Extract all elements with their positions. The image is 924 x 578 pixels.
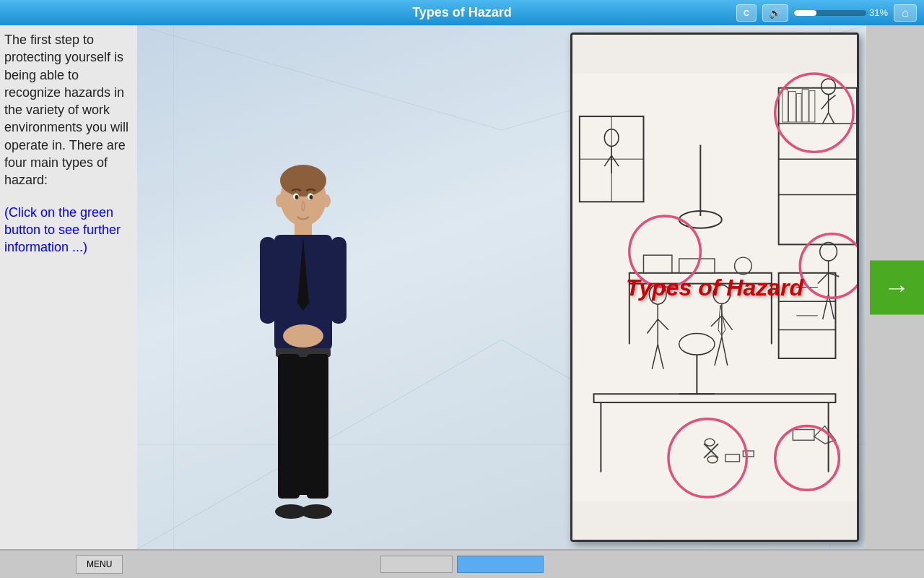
header-bar: Types of Hazard C 🔊 31% ⌂ [0, 0, 924, 25]
bottom-bar: MENU [0, 549, 924, 578]
bottom-nav [380, 556, 544, 573]
svg-rect-17 [278, 354, 300, 499]
menu-button[interactable]: MENU [76, 555, 123, 574]
svg-line-3 [137, 25, 502, 130]
main-description: The first step to protecting yourself is… [4, 31, 133, 189]
svg-rect-11 [260, 237, 276, 324]
nav-button-2[interactable] [457, 556, 544, 573]
progress-bar [794, 10, 866, 16]
app-container: Types of Hazard C 🔊 31% ⌂ [0, 0, 924, 578]
svg-point-13 [283, 324, 323, 348]
home-icon: ⌂ [902, 7, 909, 20]
home-button[interactable]: ⌂ [894, 4, 917, 22]
right-sidebar: → [866, 25, 924, 549]
next-button[interactable]: → [870, 260, 924, 314]
caption-button[interactable]: C [736, 4, 757, 22]
stage-area: Types of Hazard [137, 25, 866, 549]
presenter-container [253, 159, 368, 535]
progress-container: 31% [794, 7, 888, 18]
sound-icon: 🔊 [769, 7, 781, 19]
svg-point-8 [280, 165, 326, 197]
svg-point-24 [310, 195, 313, 199]
svg-point-25 [276, 194, 284, 207]
sound-button[interactable]: 🔊 [762, 4, 788, 22]
svg-point-26 [322, 194, 331, 207]
hazard-image-area: Types of Hazard [570, 33, 859, 542]
svg-point-23 [295, 195, 299, 199]
progress-label: 31% [869, 7, 888, 18]
left-text-panel: The first step to protecting yourself is… [0, 25, 137, 549]
nav-button-1[interactable] [380, 556, 453, 573]
header-title: Types of Hazard [412, 5, 512, 20]
next-arrow-icon: → [884, 272, 910, 303]
hazard-image-inner: Types of Hazard [572, 35, 857, 540]
progress-fill [794, 10, 816, 16]
svg-rect-18 [307, 354, 328, 499]
caption-icon: C [744, 9, 749, 17]
content-row: The first step to protecting yourself is… [0, 25, 924, 549]
hazard-image-title: Types of Hazard [626, 274, 803, 301]
presenter-svg [253, 159, 354, 535]
hazard-image-frame: Types of Hazard [570, 33, 859, 542]
click-hint: (Click on the green button to see furthe… [4, 204, 133, 256]
header-controls: C 🔊 31% ⌂ [736, 4, 917, 22]
svg-point-20 [300, 504, 332, 519]
svg-rect-12 [331, 237, 346, 324]
